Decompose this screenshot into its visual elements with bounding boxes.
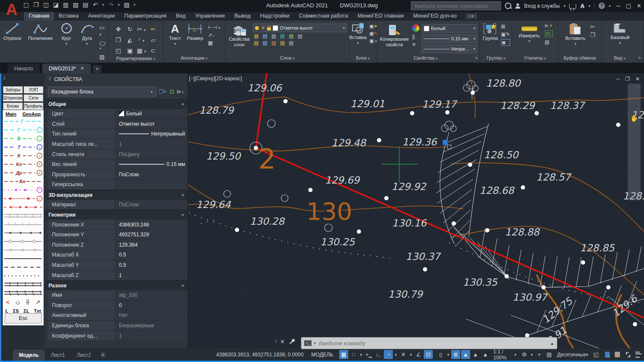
panel-properties-footer[interactable]: Свойства ▾↘	[377, 55, 480, 63]
linear-dim-icon[interactable]: ⊢⊣ ▾	[208, 24, 220, 30]
palette-linetype-item[interactable]: Кн	[3, 177, 43, 186]
layer-tool-icon[interactable]: ▤	[271, 40, 276, 46]
close-button[interactable]: ✕	[637, 3, 641, 9]
navwheel-icon[interactable]: ▣	[631, 90, 637, 97]
panel-view-footer[interactable]: Вид ▾↘	[601, 55, 644, 63]
model-space-button[interactable]: МОДЕЛЬ	[311, 352, 333, 358]
properties-header[interactable]: ‖ СВОЙСТВА	[45, 73, 188, 85]
layer-tool-icon[interactable]: ▤	[280, 40, 285, 46]
property-row[interactable]: Масштаб типа ли...1	[48, 139, 188, 150]
doc-restore-icon[interactable]: ❐	[625, 76, 630, 82]
isodraft-icon[interactable]: ✕	[399, 350, 408, 359]
section-header-Геометрия[interactable]: Геометрия▾	[45, 210, 188, 220]
fillet-icon[interactable]: ◜ ▾	[139, 36, 145, 43]
palette-linetype-item[interactable]	[3, 280, 43, 289]
mirror-icon[interactable]: ◭	[128, 36, 132, 43]
subtab-main[interactable]: Main	[6, 112, 16, 117]
layer-tool-icon[interactable]: ▤	[271, 33, 276, 39]
cmd-expand-icon[interactable]: ▲	[550, 341, 554, 346]
palette-linetype-item[interactable]: /	[3, 194, 43, 203]
palette-tab-Заборы[interactable]: Заборы	[3, 86, 23, 94]
palette-linetype-item[interactable]	[3, 229, 43, 237]
move-icon[interactable]: ✥	[116, 26, 121, 33]
circle-button[interactable]: Круг▾	[58, 22, 75, 46]
help-icon[interactable]: ?	[598, 3, 605, 9]
palette-linetype-item[interactable]: К+	[3, 151, 43, 160]
palette-linetype-item[interactable]	[3, 203, 43, 211]
new-tab-button[interactable]: +	[93, 65, 101, 73]
palette-linetype-item[interactable]	[3, 220, 43, 229]
layout-tab-Лист2[interactable]: Лист2	[71, 350, 97, 361]
drawing-viewport[interactable]: 129.06128.79128.80129.01129.17128.29128.…	[188, 73, 644, 348]
dimension-button[interactable]: Размер	[186, 22, 205, 42]
minimize-button[interactable]: ─	[617, 3, 620, 9]
sign-in-caret-icon[interactable]: ▾	[564, 4, 566, 8]
layer-tool-icon[interactable]: ▤	[263, 33, 267, 39]
tabrow-overflow-button[interactable]: ▪ ▾	[466, 14, 477, 19]
palette-linetype-item[interactable]	[3, 254, 43, 263]
maximize-button[interactable]: ▢	[626, 3, 631, 9]
zoom-icon[interactable]: ⊕	[632, 127, 637, 135]
group-button[interactable]: Группа	[482, 22, 499, 42]
ribbon-tab-Вывод[interactable]: Вывод	[230, 12, 255, 21]
palette-tab-Сети[interactable]: Сети	[24, 94, 43, 102]
line-button[interactable]: Отрезок	[2, 22, 22, 42]
property-row[interactable]: Масштаб Y0.5	[48, 260, 188, 271]
property-row[interactable]: Поворот0	[48, 301, 188, 311]
color-dropdown[interactable]: Белый▾	[422, 24, 477, 33]
property-row[interactable]: Масштаб X0.5	[48, 250, 188, 260]
angle-tool-icon[interactable]: <	[6, 299, 9, 305]
property-row[interactable]: ЦветБелый	[48, 109, 188, 119]
rotate-icon[interactable]: ↻	[128, 26, 133, 33]
new-layout-button[interactable]: +	[100, 351, 106, 358]
group-edit-icon[interactable]: ▣✎	[501, 31, 510, 37]
palette-linetype-item[interactable]: Г	[3, 117, 43, 126]
property-row[interactable]: Вес линий0.15 мм	[48, 160, 188, 170]
search-input[interactable]	[414, 3, 498, 9]
navbar-close-icon[interactable]: ✕	[636, 84, 639, 88]
palette-tab-Штриховка[interactable]: Штриховка	[3, 94, 23, 102]
panel-utilities-footer[interactable]: Утилиты ▾	[512, 55, 558, 63]
steering-wheel-icon[interactable]: ◎	[631, 102, 637, 110]
palette-linetype-item[interactable]	[3, 211, 43, 220]
rectangle-icon[interactable]: ▭ ▾	[100, 24, 106, 37]
text-button[interactable]: A Текст▾	[168, 22, 182, 46]
copy-icon[interactable]: ❐	[115, 36, 121, 43]
osnap-3d-icon[interactable]: ▯	[436, 350, 445, 359]
scale-icon[interactable]: ▣	[127, 47, 133, 54]
snap-icon[interactable]: ∷	[349, 350, 358, 359]
ribbon-tab-МенюГЕО главная[interactable]: МенюГЕО главная	[353, 12, 409, 21]
layer-tool-icon[interactable]: ▤	[254, 40, 258, 46]
paste-button[interactable]: Вставить▾	[564, 22, 587, 46]
pan-hand-icon[interactable]: ✋	[630, 115, 638, 122]
property-row[interactable]: Коэффициент ед...1	[48, 331, 188, 341]
copy-clip-icon[interactable]: ❐	[590, 32, 595, 38]
cmd-caret-icon[interactable]: ▾	[314, 341, 316, 345]
help-caret-icon[interactable]: ▾	[609, 4, 611, 8]
ungroup-icon[interactable]: ⊠	[501, 24, 510, 30]
palette-tab-ЛЭП[interactable]: ЛЭП	[24, 86, 43, 94]
drawing-canvas[interactable]: 129.06128.79128.80129.01129.17128.29128.…	[188, 73, 644, 348]
showmotion-icon[interactable]: ▶	[632, 170, 637, 178]
doc-minimize-icon[interactable]: ─	[616, 76, 620, 82]
layer-tool-icon[interactable]: ▤	[298, 33, 302, 39]
select-all-icon[interactable]: ⊡	[545, 30, 553, 37]
area-tool-icon[interactable]: ◇	[15, 299, 20, 305]
ribbon-tab-Вид[interactable]: Вид	[171, 12, 191, 21]
panel-annotation-footer[interactable]: Аннотации ▾	[163, 55, 225, 63]
toggle-pickadd-icon[interactable]: ❒+	[159, 88, 167, 95]
layout-tab-Лист1[interactable]: Лист1	[45, 350, 71, 361]
file-tab-start[interactable]: Начало	[7, 63, 40, 73]
properties-grip-icon[interactable]: ‖	[49, 77, 51, 81]
cmd-wrench-icon[interactable]	[289, 338, 295, 345]
array-icon[interactable]: ▦ ▾	[137, 47, 146, 54]
palette-tab-Профиль[interactable]: Профиль	[24, 103, 43, 110]
lineweight-icon[interactable]: ≣	[451, 350, 460, 359]
dynamic-input-icon[interactable]: +‗	[364, 350, 373, 359]
file-tab-close-icon[interactable]: ✕	[80, 66, 84, 71]
viewport-controls-label[interactable]: [−][Сверху][2D-каркас]	[189, 75, 242, 81]
ortho-icon[interactable]: ∟	[374, 350, 383, 359]
palette-linetype-item[interactable]: Кл≡	[3, 160, 43, 169]
insert-block-button[interactable]: Вставка▾	[348, 22, 368, 45]
erase-icon[interactable]: ✏	[151, 26, 156, 33]
